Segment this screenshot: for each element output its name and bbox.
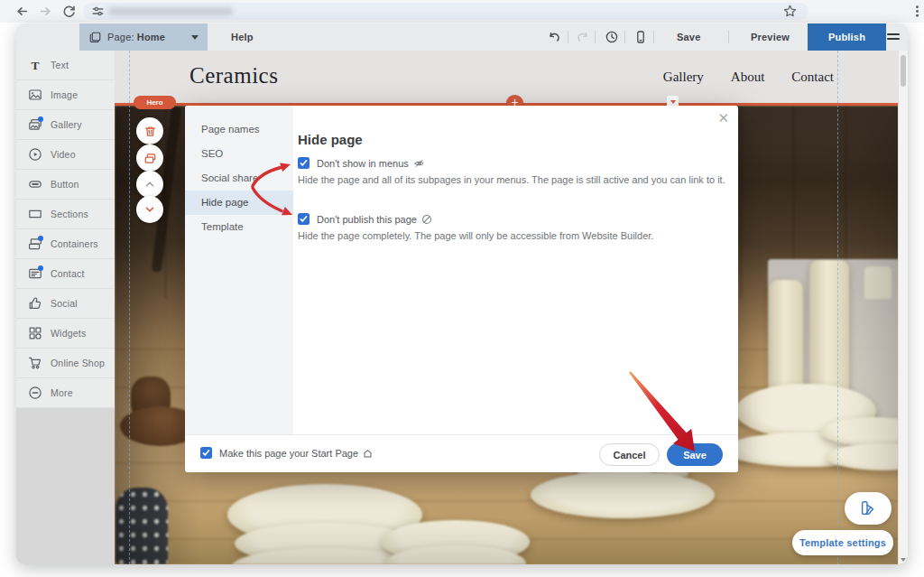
modal-save-button[interactable]: Save (667, 443, 723, 466)
sidebar-item-label: Video (51, 149, 76, 160)
start-page-label[interactable]: Make this page your Start Page (219, 448, 373, 459)
sidebar-item-label: Social (51, 298, 78, 309)
dont-publish-checkbox[interactable] (298, 213, 310, 225)
check-icon (300, 159, 308, 167)
move-section-down-button[interactable] (136, 196, 163, 223)
video-icon (28, 147, 42, 162)
sidebar-item-image[interactable]: Image (16, 80, 115, 110)
dont-show-in-menus-checkbox[interactable] (298, 157, 310, 169)
page-selector[interactable]: Page: Home (79, 23, 208, 51)
mobile-preview-icon[interactable] (633, 30, 648, 44)
toolbar-divider (624, 31, 625, 43)
preview-button[interactable]: Preview (751, 23, 790, 51)
tab-template[interactable]: Template (185, 215, 293, 239)
sidebar-item-label: Containers (51, 238, 98, 249)
sidebar-item-online-shop[interactable]: Online Shop (16, 349, 115, 378)
new-badge (38, 116, 43, 122)
duplicate-icon (143, 152, 157, 165)
save-button[interactable]: Save (677, 23, 701, 51)
modal-footer: Make this page your Start Page Cancel Sa… (185, 434, 738, 472)
dont-publish-label[interactable]: Don't publish this page (317, 214, 432, 225)
new-badge (38, 236, 43, 241)
delete-section-button[interactable] (136, 117, 163, 144)
close-icon[interactable]: ✕ (717, 110, 729, 126)
scrollbar-down-arrow[interactable] (901, 558, 906, 562)
check-icon (300, 215, 308, 223)
dont-show-in-menus-description: Hide the page and all of its subpages in… (298, 174, 729, 186)
start-page-checkbox[interactable] (200, 447, 212, 459)
toolbar-divider (595, 31, 596, 43)
layout-guide-left (129, 51, 130, 564)
sidebar-item-label: Gallery (51, 119, 82, 130)
page-selector-prefix: Page: (107, 32, 134, 42)
hero-section-badge[interactable]: Hero (134, 96, 176, 109)
sidebar-item-label: Widgets (51, 328, 86, 339)
sidebar-item-widgets[interactable]: Widgets (16, 319, 115, 349)
tab-hide-page[interactable]: Hide page (185, 191, 293, 215)
widgets-icon (28, 326, 42, 340)
modal-title: Hide page (298, 132, 363, 147)
address-bar[interactable] (83, 3, 808, 20)
help-button[interactable]: Help (226, 23, 259, 51)
chevron-down-icon (191, 35, 199, 40)
toolbar-divider (653, 31, 654, 43)
eye-off-icon (413, 158, 425, 169)
sidebar-item-label: Button (51, 179, 79, 190)
thumbs-up-icon (28, 296, 42, 311)
browser-back-icon[interactable] (14, 4, 30, 19)
tab-seo[interactable]: SEO (185, 142, 293, 166)
nav-link-about[interactable]: About (731, 70, 765, 85)
site-settings-icon[interactable] (90, 4, 106, 19)
more-icon (28, 386, 42, 400)
duplicate-section-button[interactable] (136, 144, 163, 172)
pages-icon (88, 31, 102, 44)
sidebar-item-social[interactable]: Social (16, 289, 115, 319)
browser-forward-icon[interactable] (38, 4, 53, 19)
toolbar-divider (568, 31, 568, 43)
chevron-up-icon (143, 178, 156, 191)
page-selector-value: Home (137, 32, 165, 42)
check-icon (202, 449, 210, 457)
redo-icon[interactable] (575, 30, 589, 44)
sidebar-item-gallery[interactable]: Gallery (16, 110, 115, 140)
nav-link-gallery[interactable]: Gallery (663, 70, 704, 85)
image-icon (28, 88, 42, 102)
menu-icon[interactable] (887, 33, 900, 41)
browser-reload-icon[interactable] (61, 4, 77, 19)
sidebar-item-label: Sections (51, 209, 88, 219)
publish-button[interactable]: Publish (808, 23, 886, 51)
sections-icon (28, 207, 42, 221)
template-settings-button[interactable]: Template settings (792, 530, 893, 555)
text-icon: T (28, 58, 42, 72)
design-palette-button[interactable] (845, 492, 892, 525)
button-icon (28, 177, 42, 191)
trash-icon (143, 125, 157, 138)
site-nav: Gallery About Contact (663, 70, 834, 85)
cart-icon (28, 356, 42, 370)
undo-icon[interactable] (548, 30, 562, 44)
cancel-button[interactable]: Cancel (599, 443, 660, 466)
move-section-up-button[interactable] (136, 171, 163, 198)
sidebar-item-contact[interactable]: Contact (16, 259, 115, 289)
bookmark-star-icon[interactable] (782, 4, 798, 19)
chevron-down-icon (143, 203, 156, 216)
sidebar-item-more[interactable]: More (16, 378, 115, 408)
nav-link-contact[interactable]: Contact (791, 70, 834, 85)
tab-page-names[interactable]: Page names (185, 117, 293, 142)
tab-social-share[interactable]: Social share (185, 166, 293, 191)
browser-menu-icon[interactable] (910, 4, 924, 19)
page-settings-modal: Page names SEO Social share Hide page Te… (185, 106, 738, 472)
element-sidebar: T Text Image Gallery Video (16, 51, 115, 564)
sidebar-item-sections[interactable]: Sections (16, 200, 115, 229)
new-badge (38, 265, 43, 271)
site-title: Ceramics (189, 63, 278, 88)
history-icon[interactable] (605, 30, 619, 44)
sidebar-item-containers[interactable]: Containers (16, 229, 115, 259)
toolbar-divider (728, 31, 729, 43)
scrollbar-thumb[interactable] (901, 55, 906, 87)
sidebar-item-video[interactable]: Video (16, 140, 115, 170)
sidebar-item-button[interactable]: Button (16, 170, 115, 200)
sidebar-item-text[interactable]: T Text (16, 51, 115, 80)
site-header: Ceramics Gallery About Contact (115, 51, 899, 103)
dont-show-in-menus-label[interactable]: Don't show in menus (317, 158, 425, 169)
